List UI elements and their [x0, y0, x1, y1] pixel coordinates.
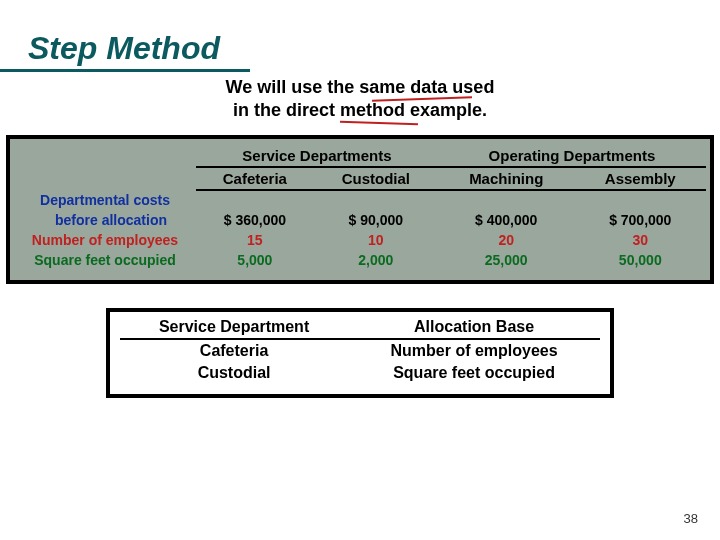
hand-annotation — [340, 121, 418, 126]
alloc-cell: Number of employees — [348, 339, 600, 362]
cell-value: 10 — [314, 230, 438, 250]
cell-value: 15 — [196, 230, 314, 250]
col-header-machining: Machining — [438, 167, 575, 190]
cell-value: 2,000 — [314, 250, 438, 270]
subtitle-line-2: in the direct method example. — [233, 100, 487, 120]
main-data-table: Service Departments Operating Department… — [14, 145, 706, 270]
cell-value: $ 360,000 — [196, 210, 314, 230]
col-header-custodial: Custodial — [314, 167, 438, 190]
alloc-header-base: Allocation Base — [348, 316, 600, 339]
alloc-header-service: Service Department — [120, 316, 348, 339]
alloc-cell: Square feet occupied — [348, 362, 600, 384]
table-row: Cafeteria Number of employees — [120, 339, 600, 362]
col-header-cafeteria: Cafeteria — [196, 167, 314, 190]
cell-value: 30 — [575, 230, 706, 250]
group-header-service: Service Departments — [196, 145, 438, 167]
cell-value: $ 700,000 — [575, 210, 706, 230]
table-column-header: Cafeteria Custodial Machining Assembly — [14, 167, 706, 190]
alloc-header-row: Service Department Allocation Base — [120, 316, 600, 339]
alloc-cell: Cafeteria — [120, 339, 348, 362]
table-row: Square feet occupied 5,000 2,000 25,000 … — [14, 250, 706, 270]
slide-title: Step Method — [0, 0, 250, 72]
col-header-assembly: Assembly — [575, 167, 706, 190]
table-row: Departmental costs — [14, 190, 706, 210]
row-label-dept-costs-2: before allocation — [14, 210, 196, 230]
cell-value: 20 — [438, 230, 575, 250]
row-label-sqft: Square feet occupied — [14, 250, 196, 270]
allocation-table-wrap: Service Department Allocation Base Cafet… — [106, 308, 614, 398]
subtitle-line-1: We will use the same data used — [226, 77, 495, 97]
page-number: 38 — [684, 511, 698, 526]
table-row: Custodial Square feet occupied — [120, 362, 600, 384]
alloc-cell: Custodial — [120, 362, 348, 384]
cell-value: $ 90,000 — [314, 210, 438, 230]
table-row: Number of employees 15 10 20 30 — [14, 230, 706, 250]
cell-value: 25,000 — [438, 250, 575, 270]
cell-value: 50,000 — [575, 250, 706, 270]
row-label-dept-costs-1: Departmental costs — [14, 190, 196, 210]
cell-value: 5,000 — [196, 250, 314, 270]
subtitle-block: We will use the same data used in the di… — [0, 76, 720, 123]
group-header-operating: Operating Departments — [438, 145, 706, 167]
table-group-header: Service Departments Operating Department… — [14, 145, 706, 167]
main-data-table-wrap: Service Departments Operating Department… — [6, 135, 714, 284]
row-label-employees: Number of employees — [14, 230, 196, 250]
table-row: before allocation $ 360,000 $ 90,000 $ 4… — [14, 210, 706, 230]
allocation-table: Service Department Allocation Base Cafet… — [120, 316, 600, 384]
cell-value: $ 400,000 — [438, 210, 575, 230]
